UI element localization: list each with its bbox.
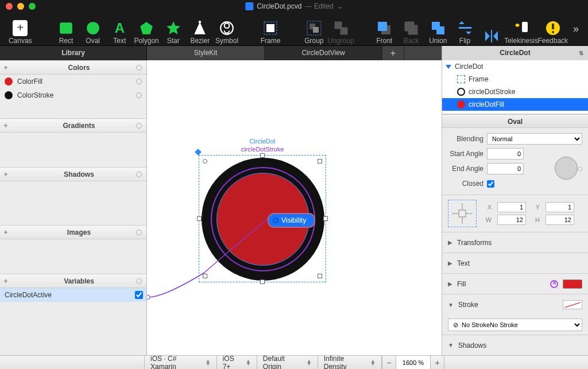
resize-handle-tl[interactable] — [203, 159, 207, 164]
images-header-label: Images — [11, 228, 146, 236]
zoom-input[interactable] — [396, 356, 430, 369]
back-tool: Back — [398, 14, 425, 45]
zoom-out-button[interactable]: − — [382, 356, 396, 369]
visibility-pill[interactable]: Visibility — [268, 213, 315, 228]
zoom-in-button[interactable]: + — [430, 356, 444, 369]
canvas[interactable]: CircleDot circleDotStroke — [147, 60, 442, 355]
section-options-icon[interactable] — [136, 123, 142, 129]
platform-selector[interactable]: iOS · C# Xamarin▲▼ — [145, 356, 217, 369]
close-window[interactable] — [6, 3, 13, 10]
blending-select[interactable]: Normal — [487, 133, 582, 145]
angle-handle-icon[interactable] — [578, 167, 582, 171]
color-item-fill[interactable]: ColorFill — [0, 75, 146, 88]
oval-tool[interactable]: Oval — [79, 14, 106, 45]
tree-item-fill[interactable]: circleDotFill — [442, 98, 588, 111]
rect-tool[interactable]: Rect — [53, 14, 80, 45]
shadows-section-header[interactable]: + Shadows — [0, 167, 146, 181]
union-tool[interactable]: Union — [424, 14, 451, 45]
feedback-tool[interactable]: Feedback — [537, 14, 568, 45]
symbol-tool[interactable]: Symbol — [214, 14, 241, 45]
telekinesis-tool[interactable]: Telekinesis — [505, 14, 537, 45]
front-tool[interactable]: Front — [371, 14, 398, 45]
mirror-tool[interactable] — [478, 14, 505, 45]
tabs-row: Library StyleKit CircleDotView + CircleD… — [0, 46, 588, 60]
add-image-icon[interactable]: + — [0, 228, 11, 236]
item-options-icon[interactable] — [136, 92, 142, 98]
variable-checkbox[interactable] — [135, 291, 143, 299]
shadows-section[interactable]: ▼ Shadows — [442, 335, 588, 355]
stroke-type-select[interactable]: ⊘ No StrokeNo Stroke — [448, 318, 582, 331]
tree-item-frame[interactable]: Frame — [442, 73, 588, 86]
section-options-icon[interactable] — [136, 65, 142, 71]
resize-handle-rm[interactable] — [323, 216, 328, 221]
svg-point-26 — [552, 31, 554, 33]
fill-variable-icon[interactable] — [550, 280, 558, 288]
fill-section[interactable]: ▶ Fill — [442, 274, 588, 294]
title-chevron-icon[interactable]: ⌄ — [337, 2, 343, 10]
star-label: Star — [167, 37, 180, 45]
stroke-section[interactable]: ▼ Stroke — [442, 294, 588, 315]
resize-handle-tr[interactable] — [318, 159, 322, 164]
resize-handle-bm[interactable] — [260, 279, 265, 284]
density-selector[interactable]: Infinite Density▲▼ — [318, 356, 382, 369]
flip-tool[interactable]: Flip — [451, 14, 478, 45]
color-item-stroke[interactable]: ColorStroke — [0, 88, 146, 102]
colors-section-header[interactable]: + Colors — [0, 60, 146, 75]
transforms-section[interactable]: ▶ Transforms — [442, 232, 588, 253]
star-tool[interactable]: Star — [160, 14, 187, 45]
tree-root[interactable]: CircleDot — [442, 60, 588, 73]
end-angle-input[interactable] — [487, 163, 524, 174]
section-options-icon[interactable] — [136, 230, 142, 235]
resize-handle-lm[interactable] — [197, 216, 202, 221]
tab-document[interactable]: CircleDotView — [265, 46, 382, 60]
closed-checkbox[interactable] — [487, 180, 494, 188]
tree-item-stroke[interactable]: circleDotStroke — [442, 86, 588, 98]
fill-swatch[interactable] — [563, 279, 582, 289]
bezier-tool[interactable]: Bezier — [187, 14, 214, 45]
layer-tree: CircleDot Frame circleDotStroke circleDo… — [442, 60, 588, 114]
rotation-handle[interactable] — [195, 149, 201, 155]
canvas-tool[interactable]: + Canvas — [5, 14, 36, 45]
resize-handle-bl[interactable] — [203, 274, 207, 278]
add-gradient-icon[interactable]: + — [0, 122, 11, 130]
w-input[interactable] — [497, 215, 526, 225]
section-options-icon[interactable] — [136, 278, 142, 284]
toolbar-overflow-icon[interactable]: » — [568, 23, 583, 35]
inspector-sidebar: CircleDot Frame circleDotStroke circleDo… — [442, 60, 588, 355]
add-variable-icon[interactable]: + — [0, 277, 11, 285]
text-tool[interactable]: A Text — [106, 14, 133, 45]
section-options-icon[interactable] — [136, 172, 142, 177]
os-selector[interactable]: iOS 7+▲▼ — [217, 356, 257, 369]
x-input[interactable] — [497, 202, 526, 212]
svg-point-4 — [199, 21, 201, 23]
inspector-title[interactable]: CircleDot — [442, 46, 588, 60]
autoresize-widget[interactable] — [448, 200, 477, 227]
polygon-tool[interactable]: Polygon — [133, 14, 160, 45]
resize-handle-tm[interactable] — [260, 153, 265, 158]
minimize-window[interactable] — [17, 3, 24, 10]
y-input[interactable] — [546, 202, 574, 212]
group-tool[interactable]: Group — [301, 14, 328, 45]
start-angle-input[interactable] — [487, 148, 524, 160]
origin-selector[interactable]: Default Origin▲▼ — [257, 356, 318, 369]
document-edited-label[interactable]: — Edited — [305, 2, 333, 10]
gradients-section-header[interactable]: + Gradients — [0, 118, 146, 133]
tab-stylekit[interactable]: StyleKit — [147, 46, 265, 60]
disclosure-icon[interactable] — [446, 65, 451, 69]
frame-tool[interactable]: Frame — [257, 14, 284, 45]
angle-preview-icon[interactable] — [555, 157, 578, 180]
zoom-window[interactable] — [29, 3, 36, 10]
add-color-icon[interactable]: + — [0, 64, 11, 72]
variables-section-header[interactable]: + Variables — [0, 274, 146, 288]
item-options-icon[interactable] — [136, 79, 142, 84]
add-shadow-icon[interactable]: + — [0, 170, 11, 178]
h-input[interactable] — [546, 215, 574, 225]
resize-handle-br[interactable] — [318, 274, 322, 278]
stroke-swatch[interactable] — [563, 300, 582, 309]
tab-add[interactable]: + — [382, 46, 404, 60]
images-section-header[interactable]: + Images — [0, 225, 146, 239]
variable-item-circledotactive[interactable]: CircleDotActive — [0, 288, 146, 302]
svg-marker-22 — [493, 31, 498, 41]
text-section[interactable]: ▶ Text — [442, 253, 588, 274]
y-label: Y — [532, 204, 540, 211]
